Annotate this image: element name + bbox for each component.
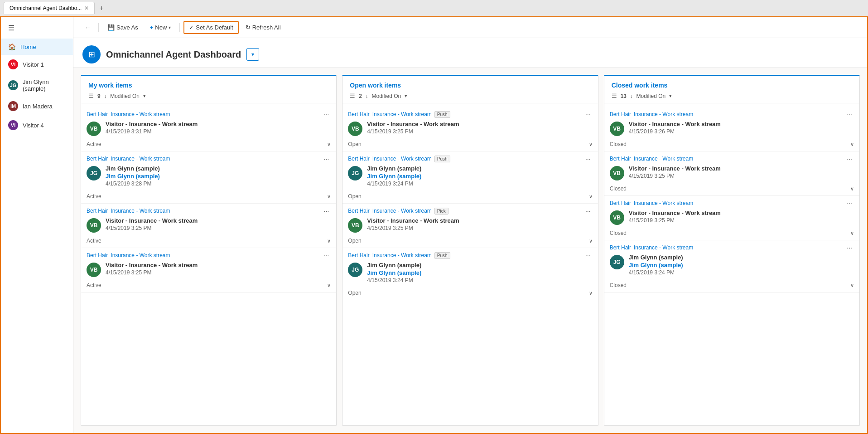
agent-name[interactable]: Bert Hair: [348, 111, 369, 117]
refresh-all-label: Refresh All: [252, 24, 281, 31]
agent-name[interactable]: Bert Hair: [87, 111, 108, 117]
sidebar-item-visitor1[interactable]: VI Visitor 1: [1, 55, 73, 74]
stream-name[interactable]: Insurance - Work stream: [372, 252, 432, 258]
work-item-subtitle[interactable]: Jim Glynn (sample): [629, 262, 854, 268]
agent-name[interactable]: Bert Hair: [610, 156, 631, 162]
work-item-body: JG Jim Glynn (sample) Jim Glynn (sample)…: [348, 262, 592, 285]
sidebar-item-label-jimglynn: Jim Glynn (sample): [23, 78, 66, 92]
sidebar-item-ianmadera[interactable]: IM Ian Madera: [1, 97, 73, 116]
sidebar: ☰ 🏠 Home VI Visitor 1 JG Jim Glynn (samp…: [1, 17, 73, 433]
stream-name[interactable]: Insurance - Work stream: [372, 208, 432, 214]
home-icon: 🏠: [8, 43, 16, 50]
work-item-footer: Closed ∨: [610, 280, 854, 288]
new-dropdown-icon[interactable]: ▾: [169, 25, 171, 30]
work-item-title: Jim Glynn (sample): [106, 165, 331, 172]
new-button[interactable]: + New ▾: [145, 21, 176, 34]
more-options-button[interactable]: ···: [845, 244, 854, 251]
more-options-button[interactable]: ···: [583, 207, 593, 215]
menu-icon[interactable]: ☰: [1, 17, 73, 39]
stream-name[interactable]: Insurance - Work stream: [111, 156, 170, 162]
column-list-icon-open-work: ☰: [350, 93, 355, 99]
expand-button[interactable]: ∨: [850, 141, 854, 147]
agent-name[interactable]: Bert Hair: [348, 156, 369, 162]
stream-name[interactable]: Insurance - Work stream: [372, 156, 432, 162]
sort-dropdown-open-work[interactable]: ▾: [405, 93, 407, 99]
expand-button[interactable]: ∨: [327, 194, 331, 200]
save-as-button[interactable]: 💾 Save As: [102, 21, 143, 34]
work-item-date: 4/15/2019 3:24 PM: [367, 277, 592, 283]
more-options-button[interactable]: ···: [322, 252, 331, 259]
agent-name[interactable]: Bert Hair: [610, 111, 631, 117]
more-options-button[interactable]: ···: [583, 111, 593, 118]
expand-button[interactable]: ∨: [589, 238, 593, 244]
expand-button[interactable]: ∨: [850, 186, 854, 192]
stream-name[interactable]: Insurance - Work stream: [634, 244, 693, 251]
expand-button[interactable]: ∨: [327, 141, 331, 147]
sort-arrow-my-work[interactable]: ↓: [104, 93, 107, 99]
status-label: Closed: [610, 141, 627, 147]
work-item-card: Bert Hair Insurance - Work stream Pick ·…: [342, 204, 598, 248]
expand-button[interactable]: ∨: [850, 283, 854, 288]
agent-name[interactable]: Bert Hair: [87, 156, 108, 162]
stream-name[interactable]: Insurance - Work stream: [634, 111, 693, 117]
set-as-default-button[interactable]: ✓ Set As Default: [183, 21, 238, 34]
sort-label-my-work: Modified On: [110, 93, 140, 99]
column-title-closed-work: Closed work items: [612, 82, 852, 89]
work-item-subtitle[interactable]: Jim Glynn (sample): [106, 173, 331, 180]
work-item-subtitle[interactable]: Jim Glynn (sample): [367, 173, 592, 180]
sort-arrow-open-work[interactable]: ↓: [366, 93, 368, 99]
agent-name[interactable]: Bert Hair: [87, 208, 108, 214]
avatar: JG: [348, 263, 362, 277]
sort-dropdown-closed-work[interactable]: ▾: [669, 93, 672, 99]
agent-name[interactable]: Bert Hair: [87, 252, 108, 258]
stream-name[interactable]: Insurance - Work stream: [634, 200, 693, 206]
work-item-subtitle[interactable]: Jim Glynn (sample): [367, 269, 592, 276]
app-wrapper: ☰ 🏠 Home VI Visitor 1 JG Jim Glynn (samp…: [0, 16, 868, 434]
more-options-button[interactable]: ···: [583, 252, 593, 259]
agent-name[interactable]: Bert Hair: [348, 252, 369, 258]
more-options-button[interactable]: ···: [845, 200, 854, 207]
work-item-title: Visitor - Insurance - Work stream: [367, 121, 592, 127]
more-options-button[interactable]: ···: [322, 155, 331, 162]
new-tab-button[interactable]: +: [96, 4, 106, 12]
sidebar-item-visitor4[interactable]: VI Visitor 4: [1, 116, 73, 135]
sidebar-item-jimglynn[interactable]: JG Jim Glynn (sample): [1, 74, 73, 97]
back-button[interactable]: ←: [81, 21, 95, 34]
more-options-button[interactable]: ···: [845, 111, 854, 118]
expand-button[interactable]: ∨: [327, 238, 331, 244]
expand-button[interactable]: ∨: [589, 290, 593, 296]
agent-name[interactable]: Bert Hair: [348, 208, 369, 214]
sidebar-home-label: Home: [20, 44, 36, 50]
sort-arrow-closed-work[interactable]: ↓: [630, 93, 633, 99]
stream-name[interactable]: Insurance - Work stream: [372, 111, 432, 117]
sort-dropdown-my-work[interactable]: ▾: [143, 93, 146, 99]
expand-button[interactable]: ∨: [589, 194, 593, 200]
agent-name[interactable]: Bert Hair: [610, 200, 631, 206]
expand-button[interactable]: ∨: [850, 230, 854, 236]
stream-name[interactable]: Insurance - Work stream: [634, 156, 693, 162]
page-title-dropdown-button[interactable]: ▾: [246, 48, 259, 61]
more-options-button[interactable]: ···: [322, 111, 331, 118]
stream-name[interactable]: Insurance - Work stream: [111, 208, 170, 214]
sidebar-avatar-visitor1: VI: [8, 59, 18, 69]
status-label: Open: [348, 290, 361, 296]
expand-button[interactable]: ∨: [589, 141, 593, 147]
work-item-header: Bert Hair Insurance - Work stream ···: [610, 111, 854, 118]
refresh-all-button[interactable]: ↻ Refresh All: [241, 21, 286, 34]
expand-button[interactable]: ∨: [327, 283, 331, 288]
more-options-button[interactable]: ···: [583, 155, 593, 162]
browser-tab[interactable]: Omnichannel Agent Dashbo... ✕: [4, 2, 95, 14]
work-item-meta: Bert Hair Insurance - Work stream: [87, 111, 170, 117]
tab-close-icon[interactable]: ✕: [84, 5, 89, 11]
new-label: New: [155, 24, 167, 31]
stream-name[interactable]: Insurance - Work stream: [111, 111, 170, 117]
avatar: VB: [610, 210, 624, 225]
status-label: Closed: [610, 185, 627, 192]
more-options-button[interactable]: ···: [845, 155, 854, 162]
sidebar-item-home[interactable]: 🏠 Home: [1, 39, 73, 55]
status-label: Open: [348, 238, 361, 244]
work-item-body: VB Visitor - Insurance - Work stream 4/1…: [348, 217, 592, 233]
stream-name[interactable]: Insurance - Work stream: [111, 252, 170, 258]
more-options-button[interactable]: ···: [322, 207, 331, 215]
agent-name[interactable]: Bert Hair: [610, 244, 631, 251]
